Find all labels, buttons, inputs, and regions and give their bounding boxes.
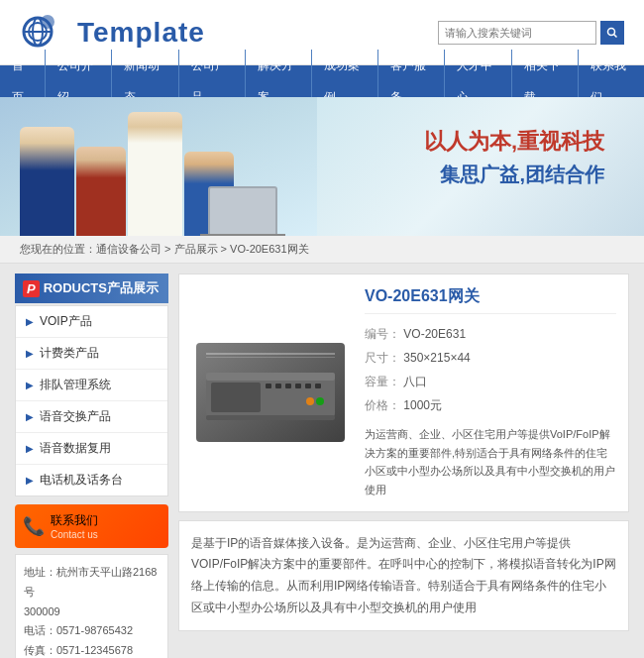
search-button[interactable] — [600, 21, 624, 45]
price-value: 1000元 — [403, 398, 442, 412]
svg-point-5 — [608, 28, 615, 35]
svg-point-17 — [306, 397, 314, 405]
svg-point-4 — [41, 15, 54, 29]
svg-rect-18 — [206, 415, 335, 420]
sidebar-item-label: 语音交换产品 — [40, 408, 111, 425]
breadcrumb-text: 您现在的位置：通信设备公司 > 产品展示 > VO-20E631网关 — [20, 243, 309, 255]
product-title: VO-20E631网关 — [365, 286, 616, 314]
arrow-icon: ▶ — [26, 443, 34, 454]
capacity-label: 容量： — [365, 375, 400, 388]
capacity-value: 八口 — [403, 375, 427, 388]
sidebar-item-voip[interactable]: ▶ VOIP产品 — [16, 306, 167, 338]
svg-point-16 — [316, 397, 324, 405]
search-icon — [606, 27, 618, 39]
product-spec: 编号： VO-20E631 尺寸： 350×215×44 容量： 八口 价格 — [365, 322, 616, 417]
product-short-desc: 为运营商、企业、小区住宅用户等提供VoIP/FoIP解决方案的重要部件,特别适合… — [365, 425, 616, 499]
svg-rect-11 — [275, 384, 281, 388]
logo: Template — [20, 10, 205, 55]
address-box: 地址：杭州市天平山路2168号 300009 电话：0571-98765432 … — [15, 554, 168, 658]
product-size: 尺寸： 350×215×44 — [365, 346, 616, 370]
svg-rect-14 — [305, 384, 311, 388]
person-1 — [20, 127, 74, 236]
price-label: 价格： — [365, 398, 400, 412]
contact-text: 联系我们 — [51, 512, 98, 529]
search-input[interactable] — [438, 21, 596, 45]
banner-line2: 集思广益,团结合作 — [424, 162, 604, 188]
sidebar-item-label: 语音数据复用 — [40, 440, 111, 457]
arrow-icon: ▶ — [26, 348, 34, 359]
contact-en: Contact us — [51, 529, 98, 540]
size-label: 尺寸： — [365, 351, 400, 365]
sidebar: P RODUCTS产品展示 ▶ VOIP产品 ▶ 计费类产品 ▶ 排队管理系统 … — [15, 274, 168, 658]
product-info: VO-20E631网关 编号： VO-20E631 尺寸： 350×215×44… — [365, 286, 616, 499]
sidebar-item-voice-switch[interactable]: ▶ 语音交换产品 — [16, 401, 167, 433]
products-section: P RODUCTS产品展示 ▶ VOIP产品 ▶ 计费类产品 ▶ 排队管理系统 … — [0, 264, 644, 658]
sidebar-item-telephone[interactable]: ▶ 电话机及话务台 — [16, 465, 167, 495]
sidebar-item-queue[interactable]: ▶ 排队管理系统 — [16, 370, 167, 401]
product-image-area — [191, 286, 350, 499]
banner-text: 以人为本,重视科技 集思广益,团结合作 — [424, 127, 604, 188]
svg-rect-10 — [266, 384, 271, 388]
logo-icon — [20, 10, 69, 55]
fax-line: 传真：0571-12345678 — [24, 641, 160, 658]
sidebar-title-text: RODUCTS产品展示 — [44, 279, 159, 297]
product-price: 价格： 1000元 — [365, 393, 616, 417]
product-capacity: 容量： 八口 — [365, 370, 616, 393]
product-image — [196, 343, 345, 442]
phone-icon: 📞 — [23, 515, 45, 537]
contact-text-block: 联系我们 Contact us — [51, 512, 98, 540]
svg-rect-13 — [295, 384, 301, 388]
sidebar-title: P RODUCTS产品展示 — [15, 274, 168, 303]
search-bar — [438, 21, 624, 45]
product-full-desc: 是基于IP的语音媒体接入设备。是为运营商、企业、小区住宅用户等提供VOIP/Fo… — [178, 520, 629, 631]
sidebar-item-label: 排队管理系统 — [40, 377, 111, 393]
arrow-icon: ▶ — [26, 475, 34, 486]
product-code: 编号： VO-20E631 — [365, 322, 616, 346]
main-content: VO-20E631网关 编号： VO-20E631 尺寸： 350×215×44… — [178, 274, 629, 658]
code-label: 编号： — [365, 327, 400, 341]
svg-rect-8 — [206, 373, 335, 381]
sidebar-item-label: VOIP产品 — [40, 313, 92, 330]
sidebar-item-voice-data[interactable]: ▶ 语音数据复用 — [16, 433, 167, 465]
device-svg — [201, 348, 340, 437]
person-2 — [76, 147, 126, 236]
arrow-icon: ▶ — [26, 380, 34, 390]
sidebar-item-label: 计费类产品 — [40, 345, 99, 362]
breadcrumb: 您现在的位置：通信设备公司 > 产品展示 > VO-20E631网关 — [0, 236, 644, 264]
main-nav: 首页 公司介绍 新闻动态 公司产品 解决方案 成功案例 客户服务 人才中心 相关… — [0, 65, 644, 97]
sidebar-item-billing[interactable]: ▶ 计费类产品 — [16, 338, 167, 370]
sidebar-item-label: 电话机及话务台 — [40, 472, 123, 489]
banner-line1: 以人为本,重视科技 — [424, 127, 604, 157]
arrow-icon: ▶ — [26, 316, 34, 327]
svg-rect-15 — [315, 384, 321, 388]
logo-text: Template — [77, 17, 205, 49]
svg-rect-9 — [211, 383, 261, 412]
banner: 以人为本,重视科技 集思广益,团结合作 — [0, 97, 644, 236]
laptop-illustration — [208, 186, 277, 236]
banner-people — [20, 112, 234, 236]
svg-rect-12 — [285, 384, 291, 388]
banner-illustration — [0, 97, 317, 236]
person-3 — [128, 112, 182, 236]
product-detail-card: VO-20E631网关 编号： VO-20E631 尺寸： 350×215×44… — [178, 274, 629, 512]
zip-line: 300009 — [24, 603, 160, 622]
contact-box[interactable]: 📞 联系我们 Contact us — [15, 504, 168, 548]
arrow-icon: ▶ — [26, 411, 34, 422]
svg-line-6 — [614, 34, 617, 37]
code-value: VO-20E631 — [403, 327, 466, 341]
p-icon: P — [23, 280, 40, 297]
address-line: 地址：杭州市天平山路2168号 — [24, 563, 160, 603]
content-wrap: 您现在的位置：通信设备公司 > 产品展示 > VO-20E631网关 P ROD… — [0, 236, 644, 658]
size-value: 350×215×44 — [403, 351, 470, 365]
tel-line: 电话：0571-98765432 — [24, 621, 160, 641]
sidebar-menu: ▶ VOIP产品 ▶ 计费类产品 ▶ 排队管理系统 ▶ 语音交换产品 ▶ 语 — [15, 305, 168, 496]
